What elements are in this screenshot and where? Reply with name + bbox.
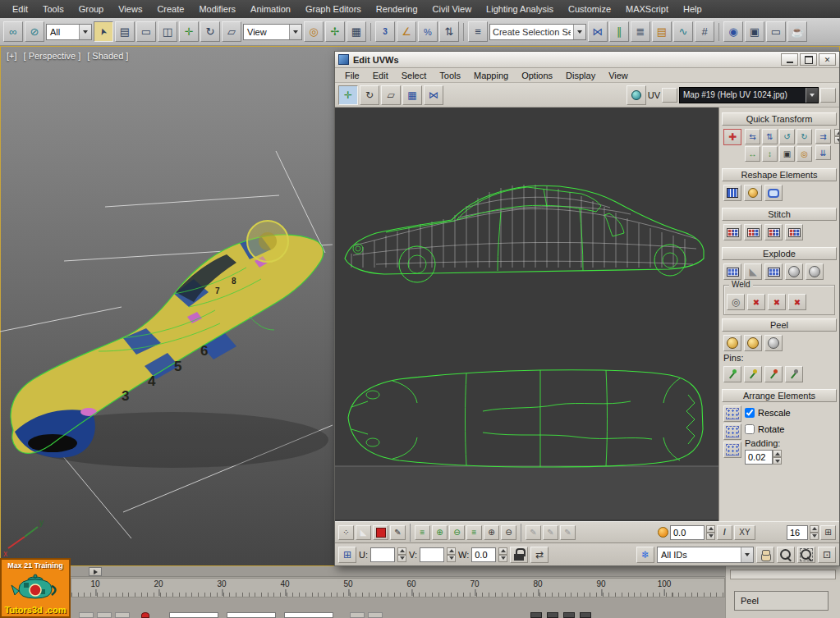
menu-lighting-analysis[interactable]: Lighting Analysis [479,2,561,16]
grow-loop-icon[interactable] [484,525,499,540]
grid-size-field[interactable] [787,525,808,540]
uvw-mirror-icon[interactable] [424,85,443,105]
straighten-selection-icon[interactable] [723,185,741,201]
select-and-manipulate-icon[interactable] [325,21,345,42]
padding-spinner[interactable] [773,450,782,465]
menu-group[interactable]: Group [71,2,112,16]
rescale-checkbox[interactable] [745,408,755,418]
break-icon[interactable] [744,263,762,280]
zoom-icon[interactable] [777,547,795,563]
detach-icon[interactable] [785,263,803,280]
spin-down-icon[interactable] [706,533,715,540]
linear-align-v-icon[interactable] [815,145,831,160]
spin-up-icon[interactable] [447,547,456,555]
stitch-custom-icon[interactable] [723,224,741,240]
time-control-sliver[interactable] [563,612,575,618]
named-selection-set-input[interactable] [490,27,573,37]
select-object-icon[interactable] [94,21,113,42]
uvw-menu-options[interactable]: Options [515,69,559,82]
zoom-extents-icon[interactable] [818,547,836,563]
absolute-offset-icon[interactable] [530,547,549,563]
explode-elements-icon[interactable] [764,263,783,280]
pin-selected-icon[interactable] [764,366,783,382]
toolbar-overflow-icon[interactable] [820,88,836,103]
spin-down-icon[interactable] [810,533,819,540]
rotate-ccw-icon[interactable] [779,129,795,144]
select-and-scale-icon[interactable] [222,21,241,42]
v-field[interactable] [420,547,444,562]
align-horizontal-icon[interactable] [745,129,760,144]
zoom-region-icon[interactable] [797,547,815,563]
angle-snap-icon[interactable] [397,21,416,42]
spin-up-icon[interactable] [397,547,406,555]
smooth-tool-icon[interactable] [764,185,783,201]
weld-all-icon[interactable] [768,294,786,310]
paint-select-icon[interactable] [526,525,541,540]
next-frame-icon[interactable] [89,567,102,576]
time-control-sliver[interactable] [547,612,558,618]
window-crossing-icon[interactable] [158,21,177,42]
lock-selection-icon[interactable] [510,547,528,563]
weld-custom-icon[interactable] [788,294,806,310]
flatten-icon[interactable] [806,263,824,280]
minimize-icon[interactable] [781,53,798,66]
stitch-target-icon[interactable] [785,224,803,240]
status-button-sliver[interactable] [368,612,383,618]
unpin-all-icon[interactable] [785,366,803,382]
paint-soft-selection-icon[interactable] [390,525,406,540]
spin-up-icon[interactable] [706,525,715,533]
transform-typein-icon[interactable] [338,547,356,563]
menu-graph-editors[interactable]: Graph Editors [298,2,369,16]
falloff-shape-icon[interactable] [356,525,371,540]
material-editor-icon[interactable] [723,21,743,42]
unlink-selection-icon[interactable] [25,21,44,42]
status-button-sliver[interactable] [79,612,94,618]
shrink-selection-icon[interactable] [449,525,465,540]
grid-size-spinner[interactable] [810,525,819,540]
uvw-freeform-icon[interactable] [402,85,422,105]
pan-icon[interactable] [756,547,774,563]
keyboard-override-icon[interactable] [347,21,366,42]
uvw-menu-mapping[interactable]: Mapping [467,69,515,82]
quick-transform-header[interactable]: Quick Transform [722,112,837,126]
status-button-sliver[interactable] [115,612,130,618]
padding-field[interactable] [745,450,773,465]
viewport-menu-plus[interactable]: [+] [7,51,17,61]
coordinate-x-field-sliver[interactable] [169,612,218,618]
falloff-type-icon[interactable] [717,525,732,540]
reference-coordinate-dropdown[interactable]: View [243,24,302,40]
close-icon[interactable] [819,53,836,66]
map-dropdown[interactable]: Map #19 (Help UV 1024.jpg) [679,87,819,103]
viewport-menu-view[interactable]: [ Perspective ] [24,51,81,61]
quick-transform-spinner[interactable] [834,129,839,144]
expand-selection-icon[interactable] [432,525,448,540]
spin-down-icon[interactable] [773,457,782,465]
menu-customize[interactable]: Customize [561,2,618,16]
select-by-name-icon[interactable] [115,21,135,42]
explode-faces-icon[interactable] [723,263,741,280]
snaps-toggle-icon[interactable] [375,21,395,42]
select-and-link-icon[interactable] [3,21,23,42]
selection-filter-dropdown[interactable]: All [46,24,92,40]
menu-rendering[interactable]: Rendering [369,2,425,16]
material-id-dropdown[interactable]: All IDs [657,547,754,563]
freeze-icon[interactable] [636,547,654,563]
explode-header[interactable]: Explode [722,247,837,260]
uvw-rotate-icon[interactable] [360,85,379,105]
spin-up-icon[interactable] [773,450,782,457]
shrink-loop-icon[interactable] [501,525,516,540]
soft-selection-icon[interactable] [338,525,354,540]
ribbon-toggle-icon[interactable] [652,21,672,42]
uvw-menu-edit[interactable]: Edit [366,69,395,82]
maximize-icon[interactable] [800,53,817,66]
edge-loop-icon[interactable] [466,525,482,540]
menu-views[interactable]: Views [111,2,149,16]
peel-reset-icon[interactable] [764,335,783,351]
align-to-edge-icon[interactable] [779,146,795,162]
arrange-elements-header[interactable]: Arrange Elements [722,389,837,402]
v-spinner[interactable] [447,547,456,562]
time-control-sliver[interactable] [580,612,591,618]
autokey-indicator-sliver[interactable] [141,612,149,618]
use-pivot-center-icon[interactable] [304,21,324,42]
unpin-tool-icon[interactable] [744,366,762,382]
